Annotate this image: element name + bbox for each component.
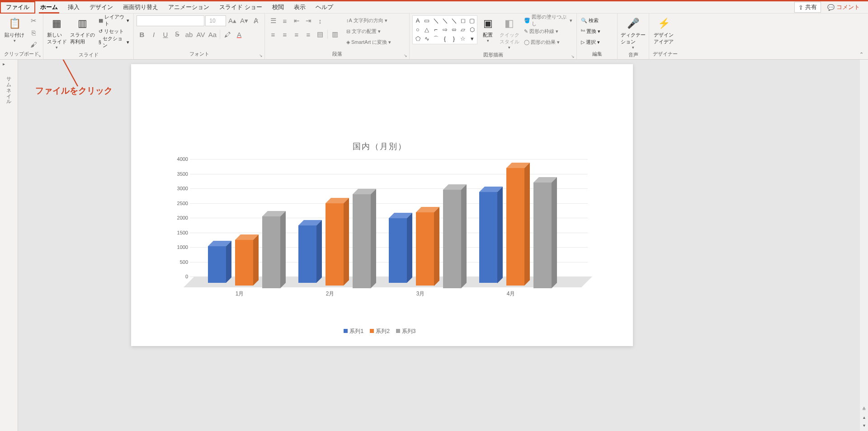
quick-styles-icon: ◧	[502, 16, 517, 31]
font-family-combo[interactable]	[137, 15, 204, 26]
convert-smartart-button[interactable]: ◈SmartArt に変換 ▾	[345, 37, 392, 47]
reuse-slides-button[interactable]: ▥ スライドの 再利用	[69, 15, 95, 46]
spacing-button[interactable]: AV	[195, 29, 206, 40]
annotation-text: ファイルをクリック	[35, 85, 113, 97]
strike-button[interactable]: S̶	[172, 29, 183, 40]
align-right-button[interactable]: ≡	[291, 29, 302, 40]
collapse-ribbon-button[interactable]: ⌃	[855, 52, 868, 59]
drawing-launcher-icon[interactable]: ↘	[571, 54, 575, 59]
x-axis-label: 3月	[416, 290, 425, 298]
arrange-button[interactable]: ▣ 配置▾	[479, 15, 496, 44]
highlight-button[interactable]: 🖍	[222, 29, 233, 40]
section-icon: §	[99, 39, 101, 45]
section-button[interactable]: §セクション ▾	[97, 37, 131, 47]
slide[interactable]: 国内（月別） 050010001500200025003000350040001…	[131, 64, 633, 346]
shrink-font-button[interactable]: A▾	[239, 15, 250, 26]
numbering-button[interactable]: ≡	[279, 15, 290, 26]
select-button[interactable]: ▷選択 ▾	[580, 37, 602, 47]
chart: 国内（月別） 050010001500200025003000350040001…	[163, 141, 597, 335]
ribbon-tabs: ファイル ホーム 挿入 デザイン 画面切り替え アニメーション スライド ショー…	[0, 1, 868, 14]
replace-button[interactable]: ᵇⁿ置換 ▾	[580, 26, 602, 36]
tab-animations[interactable]: アニメーション	[163, 1, 214, 14]
tab-insert[interactable]: 挿入	[63, 1, 85, 14]
change-case-button[interactable]: Aa	[207, 29, 218, 40]
tab-design[interactable]: デザイン	[85, 1, 118, 14]
annotation-arrow	[28, 60, 82, 89]
slide-canvas[interactable]: ファイルをクリック 国内（月別） 05001000150020002500300…	[18, 60, 868, 431]
dictate-button[interactable]: 🎤 ディクテー ション▾	[620, 15, 646, 51]
paste-button[interactable]: 📋 貼り付け▾	[3, 15, 26, 44]
tab-home[interactable]: ホーム	[35, 1, 63, 14]
svg-line-0	[37, 60, 78, 86]
find-button[interactable]: 🔍検索	[580, 15, 602, 25]
share-button[interactable]: ⇪共有	[794, 2, 821, 13]
tab-help[interactable]: ヘルプ	[311, 1, 338, 14]
font-launcher-icon[interactable]: ↘	[259, 53, 263, 58]
ribbon: 📋 貼り付け▾ ✂ ⎘ 🖌 クリップボード↘ ▦ 新しい スライド▾ ▥ スライ…	[0, 14, 868, 60]
group-font: A▴ A▾ A̷ B I U S̶ ab AV Aa 🖍 A フォント↘	[134, 14, 265, 59]
text-direction-button[interactable]: ↕A文字列の方向 ▾	[345, 15, 392, 25]
shapes-gallery[interactable]: A▭＼＼＼◻▢ ○△⌐⇨⬄▱⬡ ⬠∿⌒{}☆▾	[412, 15, 477, 44]
share-icon: ⇪	[798, 4, 803, 11]
select-icon: ▷	[581, 39, 585, 45]
indent-inc-button[interactable]: ⇥	[303, 15, 314, 26]
group-slides: ▦ 新しい スライド▾ ▥ スライドの 再利用 ▦レイアウト ▾ ↺リセット §…	[43, 14, 134, 59]
bullets-button[interactable]: ☰	[268, 15, 278, 26]
columns-button[interactable]: ▥	[330, 29, 340, 40]
layout-icon: ▦	[99, 18, 103, 23]
italic-button[interactable]: I	[148, 29, 159, 40]
paragraph-launcher-icon[interactable]: ↘	[404, 53, 407, 58]
thumbnail-pane: ▸ サムネイル	[0, 60, 18, 431]
bold-button[interactable]: B	[137, 29, 147, 40]
shape-effects-button[interactable]: ◯図形の効果 ▾	[523, 37, 574, 47]
clear-format-button[interactable]: A̷	[250, 15, 261, 26]
clipboard-launcher-icon[interactable]: ↘	[38, 53, 41, 58]
shape-outline-button[interactable]: ✎図形の枠線 ▾	[523, 26, 574, 36]
format-painter-button[interactable]: 🖌	[28, 39, 39, 50]
scroll-up-button[interactable]: ≜	[860, 407, 868, 415]
font-color-button[interactable]: A	[234, 29, 245, 40]
align-text-button[interactable]: ⊟文字の配置 ▾	[345, 26, 392, 36]
tab-file[interactable]: ファイル	[0, 1, 35, 14]
design-ideas-button[interactable]: ⚡ デザイン アイデア	[652, 15, 675, 46]
search-icon: 🔍	[581, 18, 587, 23]
thumbnail-flyout-button[interactable]: ▸	[3, 61, 5, 66]
shape-fill-button[interactable]: 🪣図形の塗りつぶし ▾	[523, 15, 574, 25]
group-clipboard: 📋 貼り付け▾ ✂ ⎘ 🖌 クリップボード↘	[0, 14, 43, 59]
chart-title: 国内（月別）	[163, 141, 597, 152]
new-slide-button[interactable]: ▦ 新しい スライド▾	[46, 15, 67, 51]
group-editing: 🔍検索 ᵇⁿ置換 ▾ ▷選択 ▾ 編集	[577, 14, 618, 59]
indent-dec-button[interactable]: ⇤	[291, 15, 302, 26]
vertical-scrollbar[interactable]: ≜ ▴ ▾	[860, 60, 868, 431]
grow-font-button[interactable]: A▴	[227, 15, 238, 26]
group-designer: ⚡ デザイン アイデア デザイナー	[649, 14, 681, 59]
tab-review[interactable]: 校閲	[267, 1, 289, 14]
clipboard-icon: 📋	[7, 16, 22, 31]
workspace: ▸ サムネイル ファイルをクリック 国内（月別） 050010001500200…	[0, 60, 868, 431]
distribute-button[interactable]: ▤	[315, 29, 326, 40]
underline-button[interactable]: U	[160, 29, 171, 40]
tab-view[interactable]: 表示	[289, 1, 311, 14]
quick-styles-button[interactable]: ◧ クイック スタイル▾	[498, 15, 521, 51]
fill-icon: 🪣	[524, 18, 530, 23]
replace-icon: ᵇⁿ	[581, 28, 585, 34]
layout-button[interactable]: ▦レイアウト ▾	[97, 15, 131, 25]
shadow-button[interactable]: ab	[184, 29, 194, 40]
align-left-button[interactable]: ≡	[268, 29, 278, 40]
align-center-button[interactable]: ≡	[279, 29, 290, 40]
scroll-prev-button[interactable]: ▴	[860, 415, 868, 423]
group-voice: 🎤 ディクテー ション▾ 音声	[618, 14, 649, 59]
x-axis-label: 2月	[326, 290, 335, 298]
scroll-next-button[interactable]: ▾	[860, 423, 868, 431]
reset-icon: ↺	[99, 28, 103, 34]
reset-button[interactable]: ↺リセット	[97, 26, 131, 36]
line-spacing-button[interactable]: ↕	[315, 15, 326, 26]
cut-button[interactable]: ✂	[28, 15, 39, 26]
copy-button[interactable]: ⎘	[28, 27, 39, 38]
x-axis-label: 1月	[236, 290, 244, 298]
font-size-combo[interactable]	[205, 15, 226, 26]
tab-transitions[interactable]: 画面切り替え	[118, 1, 163, 14]
justify-button[interactable]: ≡	[303, 29, 314, 40]
comment-button[interactable]: 💬コメント	[824, 2, 863, 12]
tab-slideshow[interactable]: スライド ショー	[214, 1, 267, 14]
